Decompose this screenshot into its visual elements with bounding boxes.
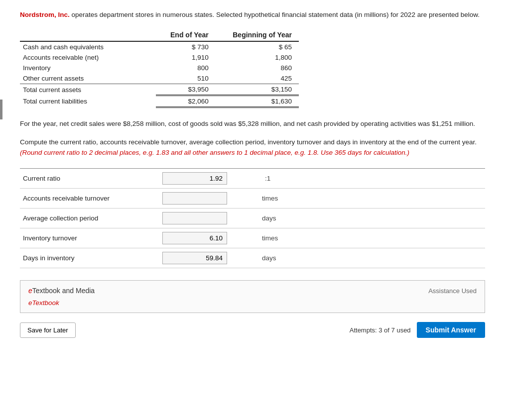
calc-row: Average collection perioddays	[20, 209, 485, 228]
unit-label: times	[259, 189, 437, 209]
table-cell-end: $2,060	[156, 96, 215, 107]
attempts-text: Attempts: 3 of 7 used	[350, 326, 411, 334]
save-later-button[interactable]: Save for Later	[20, 322, 76, 338]
calc-row: Accounts receivable turnovertimes	[20, 189, 485, 209]
col-end-header: End of Year	[156, 29, 215, 41]
calc-table: Current ratio:1Accounts receivable turno…	[20, 168, 485, 268]
col-label-header	[20, 29, 156, 41]
table-cell-begin: 425	[216, 73, 299, 84]
table-cell-begin: 1,800	[216, 52, 299, 63]
instruction-normal: Compute the current ratio, accounts rece…	[20, 138, 477, 146]
instruction-italic: (Round current ratio to 2 decimal places…	[20, 149, 409, 156]
etextbook-title: eTextbook and Media	[28, 287, 95, 295]
table-cell-label: Cash and cash equivalents	[20, 41, 156, 52]
calc-row: Inventory turnovertimes	[20, 228, 485, 248]
submit-answer-button[interactable]: Submit Answer	[417, 322, 485, 338]
table-cell-begin: $1,630	[216, 96, 299, 107]
etextbook-title-main: Textbook and Media	[32, 287, 95, 295]
calc-input-days-in-inventory[interactable]	[162, 252, 227, 264]
table-cell-label: Inventory	[20, 63, 156, 73]
right-section: Attempts: 3 of 7 used Submit Answer	[350, 322, 485, 338]
table-cell-end: 510	[156, 73, 215, 84]
calc-row: Days in inventorydays	[20, 248, 485, 268]
table-row: Cash and cash equivalents$ 730$ 65	[20, 41, 299, 52]
calc-label: Current ratio	[20, 169, 159, 189]
calc-label: Days in inventory	[20, 248, 159, 268]
bottom-bar: Save for Later Attempts: 3 of 7 used Sub…	[20, 322, 485, 338]
calc-row: Current ratio:1	[20, 169, 485, 189]
etextbook-box: eTextbook and Media Assistance Used eTex…	[20, 280, 485, 313]
side-bar	[0, 100, 2, 119]
intro-description: operates department stores in numerous s…	[70, 11, 480, 18]
table-cell-label: Accounts receivable (net)	[20, 52, 156, 63]
intro-paragraph: Nordstrom, Inc. operates department stor…	[20, 10, 485, 20]
table-cell-end: 1,910	[156, 52, 215, 63]
unit-label: days	[259, 209, 437, 228]
calc-input-accounts-receivable-turnover[interactable]	[162, 192, 227, 205]
col-begin-header: Beginning of Year	[216, 29, 299, 41]
paragraph1: For the year, net credit sales were $8,2…	[20, 119, 485, 129]
etextbook-header: eTextbook and Media Assistance Used	[28, 287, 477, 295]
table-cell-end: $3,950	[156, 84, 215, 96]
calc-input-current-ratio[interactable]	[162, 172, 227, 185]
table-cell-begin: 860	[216, 63, 299, 73]
unit-label: :1	[262, 175, 270, 182]
table-cell-begin: $3,150	[216, 84, 299, 96]
calc-input-inventory-turnover[interactable]	[162, 232, 227, 244]
financial-table: End of Year Beginning of Year Cash and c…	[20, 29, 299, 108]
assistance-used-label: Assistance Used	[428, 287, 477, 295]
table-cell-begin: $ 65	[216, 41, 299, 52]
calc-input-average-collection-period[interactable]	[162, 212, 227, 224]
calc-label: Average collection period	[20, 209, 159, 228]
table-cell-label: Other current assets	[20, 73, 156, 84]
table-row: Other current assets510425	[20, 73, 299, 84]
table-row: Total current liabilities$2,060$1,630	[20, 96, 299, 107]
instruction-paragraph: Compute the current ratio, accounts rece…	[20, 137, 485, 158]
calc-label: Inventory turnover	[20, 228, 159, 248]
table-row: Accounts receivable (net)1,9101,800	[20, 52, 299, 63]
table-cell-label: Total current liabilities	[20, 96, 156, 107]
unit-label: days	[259, 248, 437, 268]
company-name: Nordstrom, Inc.	[20, 11, 70, 18]
calc-label: Accounts receivable turnover	[20, 189, 159, 209]
table-row: Inventory800860	[20, 63, 299, 73]
etextbook-link-e-prefix: e	[28, 299, 32, 307]
table-cell-end: $ 730	[156, 41, 215, 52]
etextbook-link[interactable]: eTextbook	[28, 299, 59, 307]
table-cell-end: 800	[156, 63, 215, 73]
unit-label: times	[259, 228, 437, 248]
etextbook-e-prefix: e	[28, 287, 32, 295]
etextbook-link-text: Textbook	[32, 299, 59, 307]
table-cell-label: Total current assets	[20, 84, 156, 96]
table-row: Total current assets$3,950$3,150	[20, 84, 299, 96]
